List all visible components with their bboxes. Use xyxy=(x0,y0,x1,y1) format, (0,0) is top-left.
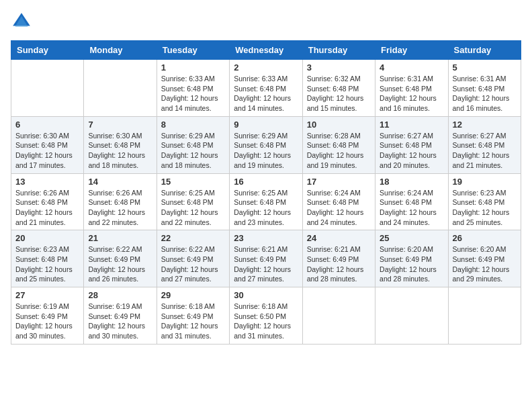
calendar-cell: 1Sunrise: 6:33 AMSunset: 6:48 PMDaylight… xyxy=(157,60,229,117)
day-info: Sunrise: 6:32 AMSunset: 6:48 PMDaylight:… xyxy=(307,74,371,113)
day-info: Sunrise: 6:31 AMSunset: 6:48 PMDaylight:… xyxy=(380,74,443,113)
day-number: 28 xyxy=(88,290,152,300)
day-number: 22 xyxy=(161,233,225,243)
week-row-4: 20Sunrise: 6:23 AMSunset: 6:48 PMDayligh… xyxy=(11,230,521,287)
day-info: Sunrise: 6:33 AMSunset: 6:48 PMDaylight:… xyxy=(234,74,298,113)
day-info: Sunrise: 6:19 AMSunset: 6:49 PMDaylight:… xyxy=(15,302,79,341)
calendar-cell: 15Sunrise: 6:25 AMSunset: 6:48 PMDayligh… xyxy=(157,173,229,230)
calendar-cell: 5Sunrise: 6:31 AMSunset: 6:48 PMDaylight… xyxy=(448,60,521,117)
col-header-monday: Monday xyxy=(84,41,157,60)
day-number: 27 xyxy=(15,290,79,300)
day-info: Sunrise: 6:26 AMSunset: 6:48 PMDaylight:… xyxy=(15,188,79,228)
day-info: Sunrise: 6:30 AMSunset: 6:48 PMDaylight:… xyxy=(88,131,152,171)
calendar-cell: 25Sunrise: 6:20 AMSunset: 6:49 PMDayligh… xyxy=(375,230,448,287)
calendar-cell: 21Sunrise: 6:22 AMSunset: 6:49 PMDayligh… xyxy=(84,230,157,287)
week-row-2: 6Sunrise: 6:30 AMSunset: 6:48 PMDaylight… xyxy=(11,116,521,173)
day-info: Sunrise: 6:18 AMSunset: 6:50 PMDaylight:… xyxy=(234,302,298,341)
calendar-cell: 8Sunrise: 6:29 AMSunset: 6:48 PMDaylight… xyxy=(157,116,229,173)
calendar-cell: 18Sunrise: 6:24 AMSunset: 6:48 PMDayligh… xyxy=(375,173,448,230)
day-info: Sunrise: 6:25 AMSunset: 6:48 PMDaylight:… xyxy=(161,188,225,228)
calendar-cell: 10Sunrise: 6:28 AMSunset: 6:48 PMDayligh… xyxy=(302,116,375,173)
calendar-header-row: SundayMondayTuesdayWednesdayThursdayFrid… xyxy=(11,41,521,60)
day-number: 3 xyxy=(307,62,371,73)
day-number: 18 xyxy=(380,177,443,187)
day-number: 23 xyxy=(234,233,298,243)
day-info: Sunrise: 6:22 AMSunset: 6:49 PMDaylight:… xyxy=(161,244,225,284)
calendar-cell: 19Sunrise: 6:23 AMSunset: 6:48 PMDayligh… xyxy=(448,173,521,230)
calendar-cell: 4Sunrise: 6:31 AMSunset: 6:48 PMDaylight… xyxy=(375,60,448,117)
day-info: Sunrise: 6:22 AMSunset: 6:49 PMDaylight:… xyxy=(88,244,152,284)
logo-icon xyxy=(11,11,32,32)
day-number: 17 xyxy=(307,177,371,187)
day-number: 20 xyxy=(15,233,79,243)
day-number: 13 xyxy=(15,177,79,187)
calendar-cell: 28Sunrise: 6:19 AMSunset: 6:49 PMDayligh… xyxy=(84,287,157,345)
calendar-cell: 30Sunrise: 6:18 AMSunset: 6:50 PMDayligh… xyxy=(230,287,302,345)
calendar-table: SundayMondayTuesdayWednesdayThursdayFrid… xyxy=(11,40,521,345)
calendar-cell xyxy=(375,287,448,345)
calendar-cell xyxy=(302,287,375,345)
logo xyxy=(11,11,35,32)
calendar-cell: 20Sunrise: 6:23 AMSunset: 6:48 PMDayligh… xyxy=(11,230,84,287)
day-number: 11 xyxy=(380,120,443,130)
day-info: Sunrise: 6:29 AMSunset: 6:48 PMDaylight:… xyxy=(161,131,225,171)
col-header-wednesday: Wednesday xyxy=(230,41,302,60)
day-number: 15 xyxy=(161,177,225,187)
calendar-cell: 13Sunrise: 6:26 AMSunset: 6:48 PMDayligh… xyxy=(11,173,84,230)
day-info: Sunrise: 6:27 AMSunset: 6:48 PMDaylight:… xyxy=(380,131,443,171)
calendar-cell: 11Sunrise: 6:27 AMSunset: 6:48 PMDayligh… xyxy=(375,116,448,173)
day-number: 6 xyxy=(15,120,79,130)
calendar-cell: 17Sunrise: 6:24 AMSunset: 6:48 PMDayligh… xyxy=(302,173,375,230)
calendar-cell: 6Sunrise: 6:30 AMSunset: 6:48 PMDaylight… xyxy=(11,116,84,173)
calendar-cell: 2Sunrise: 6:33 AMSunset: 6:48 PMDaylight… xyxy=(230,60,302,117)
day-number: 4 xyxy=(380,62,443,73)
page-header xyxy=(11,11,521,32)
day-info: Sunrise: 6:20 AMSunset: 6:49 PMDaylight:… xyxy=(453,244,517,284)
week-row-1: 1Sunrise: 6:33 AMSunset: 6:48 PMDaylight… xyxy=(11,60,521,117)
calendar-cell: 29Sunrise: 6:18 AMSunset: 6:49 PMDayligh… xyxy=(157,287,229,345)
day-info: Sunrise: 6:29 AMSunset: 6:48 PMDaylight:… xyxy=(234,131,298,171)
day-info: Sunrise: 6:19 AMSunset: 6:49 PMDaylight:… xyxy=(88,302,152,341)
day-number: 8 xyxy=(161,120,225,130)
calendar-cell xyxy=(11,60,84,117)
day-number: 29 xyxy=(161,290,225,300)
col-header-friday: Friday xyxy=(375,41,448,60)
calendar-cell: 23Sunrise: 6:21 AMSunset: 6:49 PMDayligh… xyxy=(230,230,302,287)
calendar-cell: 3Sunrise: 6:32 AMSunset: 6:48 PMDaylight… xyxy=(302,60,375,117)
calendar-cell xyxy=(448,287,521,345)
calendar-cell: 9Sunrise: 6:29 AMSunset: 6:48 PMDaylight… xyxy=(230,116,302,173)
day-info: Sunrise: 6:23 AMSunset: 6:48 PMDaylight:… xyxy=(453,188,517,228)
day-number: 7 xyxy=(88,120,152,130)
calendar-cell: 27Sunrise: 6:19 AMSunset: 6:49 PMDayligh… xyxy=(11,287,84,345)
calendar-cell: 16Sunrise: 6:25 AMSunset: 6:48 PMDayligh… xyxy=(230,173,302,230)
day-number: 16 xyxy=(234,177,298,187)
day-number: 10 xyxy=(307,120,371,130)
week-row-3: 13Sunrise: 6:26 AMSunset: 6:48 PMDayligh… xyxy=(11,173,521,230)
day-number: 9 xyxy=(234,120,298,130)
day-number: 30 xyxy=(234,290,298,300)
day-info: Sunrise: 6:31 AMSunset: 6:48 PMDaylight:… xyxy=(453,74,517,113)
day-info: Sunrise: 6:20 AMSunset: 6:49 PMDaylight:… xyxy=(380,244,443,284)
col-header-saturday: Saturday xyxy=(448,41,521,60)
calendar-cell: 7Sunrise: 6:30 AMSunset: 6:48 PMDaylight… xyxy=(84,116,157,173)
day-number: 14 xyxy=(88,177,152,187)
day-info: Sunrise: 6:24 AMSunset: 6:48 PMDaylight:… xyxy=(380,188,443,228)
day-number: 25 xyxy=(380,233,443,243)
day-number: 5 xyxy=(453,62,517,73)
day-number: 21 xyxy=(88,233,152,243)
day-number: 1 xyxy=(161,62,225,73)
col-header-tuesday: Tuesday xyxy=(157,41,229,60)
calendar-cell: 24Sunrise: 6:21 AMSunset: 6:49 PMDayligh… xyxy=(302,230,375,287)
day-info: Sunrise: 6:18 AMSunset: 6:49 PMDaylight:… xyxy=(161,302,225,341)
week-row-5: 27Sunrise: 6:19 AMSunset: 6:49 PMDayligh… xyxy=(11,287,521,345)
day-info: Sunrise: 6:26 AMSunset: 6:48 PMDaylight:… xyxy=(88,188,152,228)
calendar-cell: 12Sunrise: 6:27 AMSunset: 6:48 PMDayligh… xyxy=(448,116,521,173)
calendar-cell: 22Sunrise: 6:22 AMSunset: 6:49 PMDayligh… xyxy=(157,230,229,287)
day-info: Sunrise: 6:33 AMSunset: 6:48 PMDaylight:… xyxy=(161,74,225,113)
day-info: Sunrise: 6:21 AMSunset: 6:49 PMDaylight:… xyxy=(307,244,371,284)
day-info: Sunrise: 6:30 AMSunset: 6:48 PMDaylight:… xyxy=(15,131,79,171)
day-info: Sunrise: 6:27 AMSunset: 6:48 PMDaylight:… xyxy=(453,131,517,171)
day-number: 12 xyxy=(453,120,517,130)
day-info: Sunrise: 6:24 AMSunset: 6:48 PMDaylight:… xyxy=(307,188,371,228)
day-number: 19 xyxy=(453,177,517,187)
